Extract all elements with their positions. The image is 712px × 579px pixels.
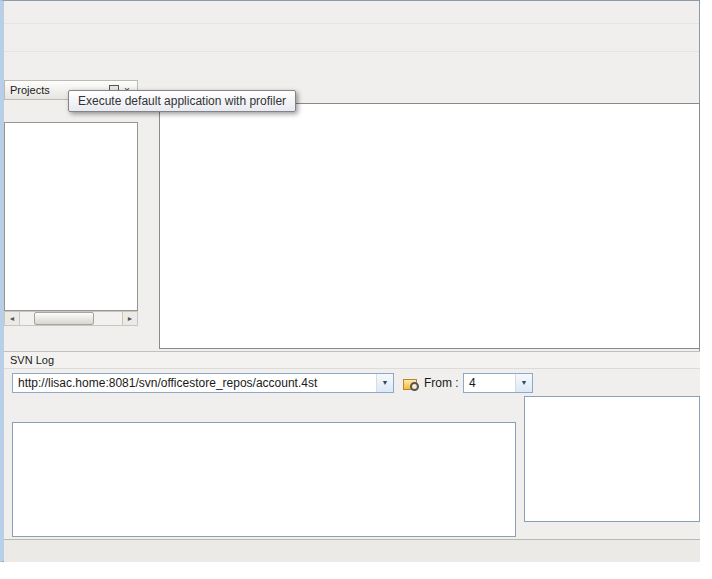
scrollbar-thumb[interactable] (34, 312, 94, 325)
projects-panel-title: Projects (10, 84, 50, 96)
projects-panel: Projects × ◄ ► (4, 80, 138, 349)
code-editor[interactable] (159, 103, 700, 349)
chevron-down-icon[interactable]: ▼ (515, 374, 532, 392)
svn-log-panel: SVN Log http://lisac.home:8081/svn/offic… (4, 351, 700, 540)
svn-log-table (12, 422, 516, 537)
from-revision-value: 4 (469, 376, 476, 390)
editor-area (159, 80, 700, 349)
tree-horizontal-scrollbar[interactable]: ◄ ► (4, 311, 138, 326)
chevron-down-icon[interactable]: ▼ (376, 374, 393, 392)
svn-url-value: http://lisac.home:8081/svn/officestore_r… (18, 376, 317, 390)
search-repository-icon[interactable] (402, 375, 419, 392)
scroll-right-icon[interactable]: ► (122, 312, 137, 325)
toolbar-main (4, 23, 699, 51)
menu-bar (4, 1, 699, 23)
ide-window: Projects × ◄ ► Execute default applicati… (0, 0, 700, 562)
projects-bottom-tabs (4, 328, 138, 349)
svn-url-combobox[interactable]: http://lisac.home:8081/svn/officestore_r… (12, 373, 394, 393)
from-label: From : (424, 373, 459, 393)
project-tree (4, 122, 138, 311)
bottom-tab-bar (4, 539, 700, 562)
toolbar-run (4, 51, 699, 79)
tooltip: Execute default application with profile… (68, 90, 296, 112)
svn-panel-title: SVN Log (4, 352, 700, 369)
from-revision-combobox[interactable]: 4 ▼ (463, 373, 533, 393)
scroll-left-icon[interactable]: ◄ (5, 312, 20, 325)
svn-detail-table (524, 396, 700, 522)
